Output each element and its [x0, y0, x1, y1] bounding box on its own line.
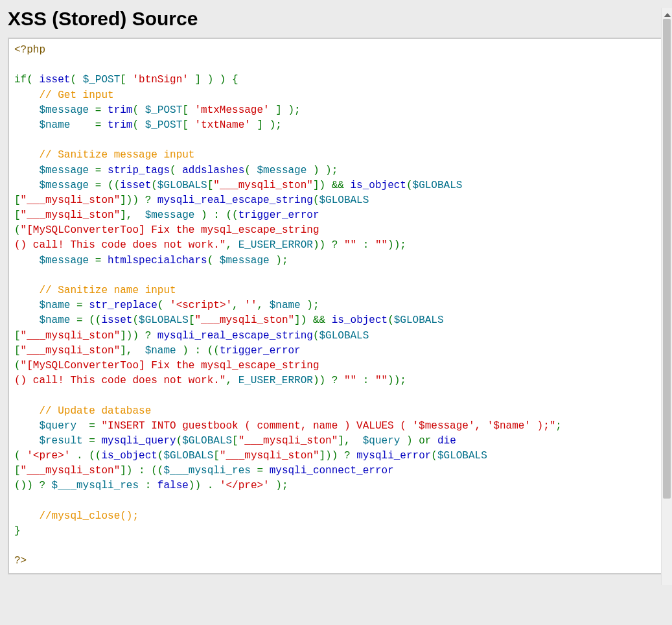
scroll-thumb[interactable]: [663, 19, 671, 499]
php-open-tag: <?php: [14, 44, 45, 56]
comment: // Sanitize name input: [14, 285, 176, 296]
comment: // Sanitize message input: [14, 149, 194, 161]
kw-if: if: [14, 74, 27, 86]
scroll-track[interactable]: [662, 19, 672, 585]
source-code-box: <?php if( isset( $_POST[ 'btnSign' ] ) )…: [8, 38, 664, 574]
page-title: XSS (Stored) Source: [8, 8, 672, 30]
comment: //mysql_close();: [14, 510, 139, 522]
comment: // Update database: [14, 405, 151, 417]
chevron-up-icon: [664, 8, 671, 19]
comment: // Get input: [14, 89, 114, 101]
vertical-scrollbar[interactable]: [661, 8, 672, 585]
scroll-up-button[interactable]: [662, 8, 672, 19]
php-close-tag: ?>: [14, 555, 27, 567]
